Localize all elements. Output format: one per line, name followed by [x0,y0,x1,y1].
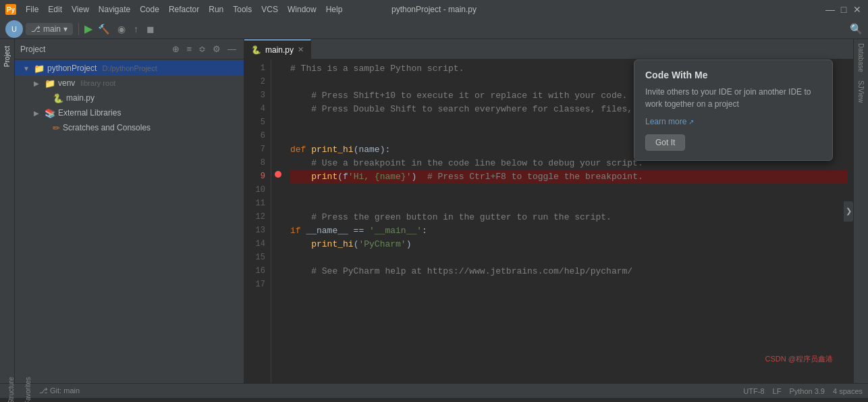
line-num: 9 [244,170,265,184]
popup-title: Code With Me [645,70,821,80]
gutter-line [271,100,285,114]
menu-run[interactable]: Run [205,3,227,16]
code-line-10 [290,184,848,197]
line-numbers: 1 2 3 4 5 6 7 8 9 10 11 12 13 14 15 16 1… [244,59,271,383]
tree-item-venv[interactable]: ▶ 📁 venv library root [15,76,244,91]
gutter-line [271,235,285,249]
status-indent: 4 spaces [833,387,863,395]
status-line-sep: LF [773,387,782,395]
branch-icon: ⎇ [31,24,40,34]
menu-file[interactable]: File [22,3,43,16]
sidebar-tab-project[interactable]: Project [1,42,13,71]
code-line-11 [290,197,848,211]
panel-locate-icon[interactable]: ⊕ [170,43,182,55]
arrow-icon: ▶ [34,109,42,117]
stop-button[interactable]: ◼ [144,22,157,36]
favorites-tab[interactable]: Favorites [22,372,34,402]
got-it-button[interactable]: Got It [645,134,685,151]
popup-body: Invite others to your IDE or join anothe… [645,86,821,110]
panel-scroll-icon[interactable]: ≡ [184,43,194,55]
gutter-line [271,195,285,208]
breakpoint-indicator [275,171,281,178]
library-icon: 📚 [45,108,55,118]
tree-label: venv [58,78,75,88]
status-python: Python 3.9 [789,387,825,395]
popup-learn-more-link[interactable]: Learn more [645,117,694,126]
menu-window[interactable]: Window [283,3,321,16]
menu-code[interactable]: Code [136,3,163,16]
arrow-icon: ▶ [34,80,42,87]
menu-edit[interactable]: Edit [44,3,66,16]
menu-refactor[interactable]: Refactor [165,3,203,16]
file-tree: ▼ 📁 pythonProject D:/pythonProject ▶ 📁 v… [15,59,244,383]
project-panel: Project ⊕ ≡ ≎ ⚙ — ▼ 📁 pythonProject D:/p… [15,39,244,383]
python-file-icon: 🐍 [53,93,63,103]
code-line-12: # Press the green button in the gutter t… [290,211,848,224]
menu-tools[interactable]: Tools [229,3,256,16]
line-num: 5 [244,116,265,130]
minimize-button[interactable]: — [825,4,836,15]
tab-file-icon: 🐍 [251,45,261,55]
line-num: 8 [244,157,265,170]
sidebar-tab-sjview[interactable]: SJView [855,76,867,107]
tree-item-main[interactable]: 🐍 main.py [15,91,244,105]
deploy-button[interactable]: ↑ [131,22,141,36]
line-num: 14 [244,238,265,251]
panel-icons: ⊕ ≡ ≎ ⚙ — [170,43,238,55]
line-num: 10 [244,184,265,197]
tab-close-button[interactable]: ✕ [298,45,304,54]
code-line-9: print(f'Hi, {name}') # Press Ctrl+F8 to … [290,170,848,184]
tree-label: External Libraries [58,108,121,118]
code-with-me-popup: Code With Me Invite others to your IDE o… [634,59,833,161]
gutter-line [271,262,285,276]
close-button[interactable]: ✕ [852,4,863,15]
panel-expand-icon[interactable]: ≎ [196,43,208,55]
collapse-editor-button[interactable]: ❯ [844,201,853,222]
line-num: 4 [244,103,265,116]
branch-label: main [43,24,61,34]
arrow-icon: ▼ [23,65,31,72]
status-right: UTF-8 LF Python 3.9 4 spaces [743,387,863,395]
run-button[interactable]: ▶ [84,22,92,35]
gutter-line [271,181,285,195]
panel-collapse-icon[interactable]: — [225,43,238,55]
code-line-13: if __name__ == '__main__': [290,224,848,238]
tree-item-root[interactable]: ▼ 📁 pythonProject D:/pythonProject [15,61,244,76]
gutter-line [271,141,285,154]
branch-selector[interactable]: ⎇ main ▾ [26,23,73,35]
line-num: 13 [244,224,265,238]
tab-bar: 🐍 main.py ✕ [244,39,853,59]
build-button[interactable]: 🔨 [95,22,112,36]
search-button[interactable]: 🔍 [850,23,863,35]
panel-settings-icon[interactable]: ⚙ [211,43,223,55]
menu-vcs[interactable]: VCS [257,3,282,16]
folder-icon: 📁 [45,78,55,89]
gutter-line [271,73,285,86]
line-num: 16 [244,265,265,278]
sidebar-tab-database[interactable]: Database [855,39,867,76]
toolbar: U ⎇ main ▾ ▶ 🔨 ◉ ↑ ◼ 🔍 [0,19,868,39]
avatar-button[interactable]: U [5,20,23,38]
structure-tab[interactable]: Structure [5,372,17,402]
tree-item-scratches[interactable]: ✏ Scratches and Consoles [15,120,244,135]
editor-area: 🐍 main.py ✕ 1 2 3 4 5 6 7 8 9 10 11 12 1… [244,39,853,383]
left-sidebar-tabs: Project [0,39,15,383]
menu-navigate[interactable]: Navigate [94,3,134,16]
gutter-line-breakpoint[interactable] [271,168,285,181]
panel-title: Project [20,45,166,54]
coverage-button[interactable]: ◉ [115,22,128,36]
code-line-17 [290,278,848,292]
scratches-icon: ✏ [53,123,60,133]
toolbar-separator [78,23,79,35]
tree-item-extlibs[interactable]: ▶ 📚 External Libraries [15,105,244,120]
editor-tab-main[interactable]: 🐍 main.py ✕ [244,39,311,59]
title-bar-left: Py File Edit View Navigate Code Refactor… [5,3,346,16]
tree-label: pythonProject [47,64,97,73]
title-bar: Py File Edit View Navigate Code Refactor… [0,0,868,19]
line-num: 15 [244,251,265,265]
menu-help[interactable]: Help [322,3,347,16]
status-git: ⎇ Git: main [39,386,80,395]
maximize-button[interactable]: □ [838,4,849,15]
tree-label: Scratches and Consoles [63,123,151,132]
menu-view[interactable]: View [67,3,93,16]
